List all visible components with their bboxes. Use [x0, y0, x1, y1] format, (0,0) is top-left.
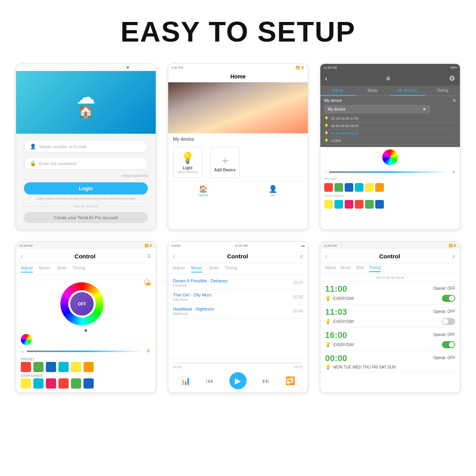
add-device-card[interactable]: ＋ Add Device: [210, 147, 240, 178]
music-carrier: Carrier: [171, 244, 181, 247]
device-name: Light: [183, 166, 192, 170]
sd-green[interactable]: [365, 200, 374, 209]
preset-cyan[interactable]: [355, 183, 363, 192]
device-row: 💡 Light (Wi-Fi Device) ＋ Add Device: [168, 144, 308, 181]
color-ball[interactable]: [21, 334, 32, 345]
timing-tab-style[interactable]: Style: [356, 265, 364, 272]
adj-preset-green[interactable]: [33, 362, 44, 372]
rewind-icon[interactable]: ⏮: [206, 376, 214, 385]
preset-green[interactable]: [334, 183, 343, 192]
music-tab-style[interactable]: Style: [209, 265, 218, 273]
device-item-3[interactable]: 💡 6e:37:40:ac:4a:af ✓: [324, 130, 456, 137]
stardance-colors: [21, 378, 151, 389]
adj-preset-yellow[interactable]: [71, 362, 81, 372]
song-item-1[interactable]: Dream It Possible - Dekacey Dekacey 03:3…: [173, 276, 303, 290]
toggle-2[interactable]: [442, 318, 455, 325]
preset-yellow[interactable]: [365, 183, 374, 192]
ctrl-tab-style[interactable]: Style: [56, 265, 66, 273]
music-player: 00:00 03:37 📊 ⏮ ▶ ⏭ 🔁: [168, 359, 308, 392]
adj-preset-cyan[interactable]: [58, 362, 69, 372]
nav-home[interactable]: 🏠 Home: [168, 185, 238, 197]
tab-my-devices[interactable]: My devices: [390, 86, 425, 96]
off-circle[interactable]: OFF: [70, 292, 94, 316]
tab-timing[interactable]: Timing: [425, 86, 460, 96]
device-item-1[interactable]: 💡 22:18:1a:49:1c:8c: [324, 115, 456, 122]
adj-sd-yellow[interactable]: [21, 378, 31, 389]
screen-login: ☁🏠 👤 Mobile number or E-mail 🔒 Enter the…: [16, 64, 156, 230]
refresh-icon[interactable]: ↻: [453, 98, 456, 103]
adj-preset-red[interactable]: [21, 362, 31, 372]
ctrl-back-icon[interactable]: ‹: [21, 252, 23, 260]
toggle-3[interactable]: [442, 341, 455, 348]
timing-tab-music[interactable]: Music: [341, 265, 351, 272]
adj-preset-orange[interactable]: [84, 362, 94, 372]
timing-operat-3: Operat: OFF: [433, 332, 455, 337]
ctrl-time: 10:18 AM: [19, 244, 33, 247]
tab-adjust[interactable]: Adjust: [320, 86, 355, 96]
equalizer-icon[interactable]: 📊: [181, 376, 191, 385]
devices-brightness-slider[interactable]: [329, 171, 450, 173]
ctrl-tab-music[interactable]: Music: [39, 265, 51, 273]
tab-music[interactable]: Music: [355, 86, 390, 96]
fast-forward-icon[interactable]: ⏭: [262, 376, 270, 385]
adj-preset-blue[interactable]: [46, 362, 56, 372]
timing-back-icon[interactable]: ‹: [325, 252, 327, 260]
music-tab-music[interactable]: Music: [191, 265, 203, 273]
back-icon[interactable]: ‹: [325, 74, 327, 83]
ctrl-menu-icon[interactable]: ≡: [147, 252, 151, 260]
create-account-button[interactable]: Create your TechLife Pro account: [24, 212, 148, 223]
adj-sd-cyan[interactable]: [33, 378, 44, 389]
sd-pink[interactable]: [345, 200, 353, 209]
login-button[interactable]: Login: [24, 182, 148, 194]
color-wheel-inner: OFF: [68, 290, 96, 318]
screen-timing: 11:30 AM 📶🔋 ‹ Control ≡ Adjust Music Sty…: [320, 242, 460, 393]
timing-menu-icon[interactable]: ≡: [452, 253, 455, 260]
music-back-icon[interactable]: ‹: [173, 252, 175, 260]
song-item-3[interactable]: Heartbeat - Nightcore Nightcore 02:46: [173, 304, 303, 318]
sd-red[interactable]: [355, 200, 363, 209]
nav-me[interactable]: 👤 Me: [238, 185, 308, 197]
device-item-4[interactable]: 💡 12358 ›: [324, 137, 456, 145]
adj-sd-pink[interactable]: [46, 378, 56, 389]
sd-blue[interactable]: [375, 200, 384, 209]
toggle-1[interactable]: [442, 295, 455, 302]
password-field[interactable]: 🔒 Enter the password: [24, 157, 148, 170]
time-end: 03:37: [294, 365, 303, 369]
preset-red[interactable]: [324, 183, 333, 192]
forgot-password-link[interactable]: Forgot password: [24, 174, 148, 178]
settings-icon[interactable]: ⚙: [449, 74, 455, 83]
color-wheel-ring[interactable]: OFF: [60, 282, 104, 325]
ctrl-tab-adjust[interactable]: Adjust: [21, 265, 33, 273]
song-info-2: That Girl - Olly Murs Olly Murs: [173, 293, 211, 302]
adj-sd-blue[interactable]: [84, 378, 94, 389]
ctrl-tab-timing[interactable]: Timing: [73, 265, 85, 273]
preset-blue[interactable]: [345, 183, 353, 192]
menu-icon[interactable]: ≡: [386, 74, 391, 83]
device-mac-4: 12358: [331, 139, 455, 143]
timing-time-2: 11:03: [325, 307, 347, 317]
device-item-2[interactable]: 💡 3e:60:4b:b6:d9:f0: [324, 122, 456, 130]
music-tab-timing[interactable]: Timing: [225, 265, 238, 273]
adj-sd-green[interactable]: [71, 378, 81, 389]
timing-tab-timing[interactable]: Timing: [369, 265, 381, 272]
song-item-2[interactable]: That Girl - Olly Murs Olly Murs 02:56: [173, 290, 303, 304]
brightness-slider[interactable]: [27, 351, 143, 352]
bulb-icon-4: 💡: [324, 139, 329, 143]
sd-yellow[interactable]: [324, 200, 333, 209]
mobile-field[interactable]: 👤 Mobile number or E-mail: [24, 140, 148, 153]
song-list: Dream It Possible - Dekacey Dekacey 03:3…: [168, 274, 308, 320]
device-select-box[interactable]: My device ▼: [324, 105, 430, 113]
preset-label: PRESET: [21, 357, 151, 361]
sd-cyan[interactable]: [334, 200, 343, 209]
light-device-card[interactable]: 💡 Light (Wi-Fi Device): [173, 147, 202, 178]
music-tab-adjust[interactable]: Adjust: [173, 265, 185, 273]
music-menu-icon[interactable]: ≡: [300, 253, 303, 260]
repeat-icon[interactable]: 🔁: [285, 376, 295, 385]
password-placeholder: Enter the password: [39, 161, 76, 166]
timing-tab-adjust[interactable]: Adjust: [325, 265, 336, 272]
play-button[interactable]: ▶: [229, 372, 247, 389]
bulb-icon-3: 💡: [324, 131, 329, 135]
adj-sd-red[interactable]: [58, 378, 69, 389]
plus-icon: ＋: [220, 153, 231, 168]
preset-orange[interactable]: [375, 183, 384, 192]
